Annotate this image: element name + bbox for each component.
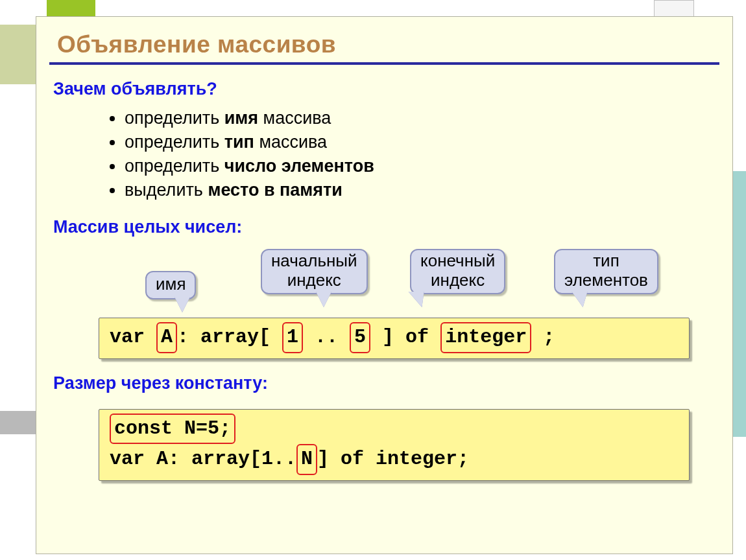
code-highlight-const: const N=5; <box>110 414 235 445</box>
heading-int-array: Массив целых чисел: <box>53 217 716 237</box>
bullet-bold: имя <box>224 108 258 128</box>
code-text: ; <box>531 326 555 348</box>
bullet-text: определить <box>125 156 224 176</box>
callout-text: начальный <box>271 251 357 270</box>
callout-name: имя <box>145 271 196 299</box>
code-highlight-start: 1 <box>282 322 303 353</box>
bullet-item: определить имя массива <box>125 108 716 128</box>
callout-end-index: конечный индекс <box>410 249 505 294</box>
decor-olive-left <box>0 25 39 84</box>
code-text: ] of integer; <box>317 448 469 470</box>
callout-text: имя <box>156 274 186 294</box>
decor-top-right-box <box>654 0 694 18</box>
callout-text: тип <box>593 251 620 270</box>
decor-gray-left <box>0 411 39 434</box>
callout-text: индекс <box>431 270 485 290</box>
bullet-item: определить тип массива <box>125 132 716 152</box>
code-var-declaration: var A: array[ 1 .. 5 ] of integer ; <box>99 318 690 359</box>
callout-text: элементов <box>564 270 648 290</box>
title-rule <box>49 62 719 65</box>
callout-text: конечный <box>420 251 495 270</box>
code-highlight-name: A <box>156 322 177 353</box>
bullet-text: выделить <box>125 180 208 200</box>
bullet-bold: тип <box>224 132 254 152</box>
bullet-text: определить <box>125 132 224 152</box>
callout-elem-type: тип элементов <box>554 249 658 294</box>
code-text: var A: array[1.. <box>110 448 296 470</box>
callout-tail <box>174 297 190 312</box>
callout-start-index: начальный индекс <box>261 249 368 294</box>
code-text: ] of <box>370 326 440 348</box>
decor-teal-right <box>732 171 746 437</box>
bullet-bold: место в памяти <box>208 180 342 200</box>
slide-container: Объявление массивов Зачем объявлять? опр… <box>36 16 733 554</box>
code-highlight-n: N <box>296 444 317 475</box>
bullet-text: определить <box>125 108 224 128</box>
callout-text: индекс <box>287 270 341 290</box>
heading-const-size: Размер через константу: <box>53 373 716 393</box>
code-const-declaration: const N=5; var A: array[1.. N ] of integ… <box>99 409 690 481</box>
callout-tail <box>572 292 590 307</box>
slide-title: Объявление массивов <box>57 31 716 58</box>
bullet-text: массива <box>254 132 327 152</box>
code-highlight-type: integer <box>440 322 531 353</box>
code-highlight-end: 5 <box>350 322 370 353</box>
bullet-bold: число элементов <box>224 156 374 176</box>
code-text: var <box>110 326 156 348</box>
callout-tail <box>316 292 331 307</box>
callout-row: имя начальный индекс конечный индекс тип… <box>99 246 690 318</box>
code-text: .. <box>303 326 350 348</box>
heading-why: Зачем объявлять? <box>53 79 716 99</box>
code-text: : array[ <box>177 326 282 348</box>
bullet-text: массива <box>258 108 331 128</box>
bullet-item: выделить место в памяти <box>125 180 716 200</box>
bullet-list: определить имя массива определить тип ма… <box>53 108 716 200</box>
bullet-item: определить число элементов <box>125 156 716 176</box>
